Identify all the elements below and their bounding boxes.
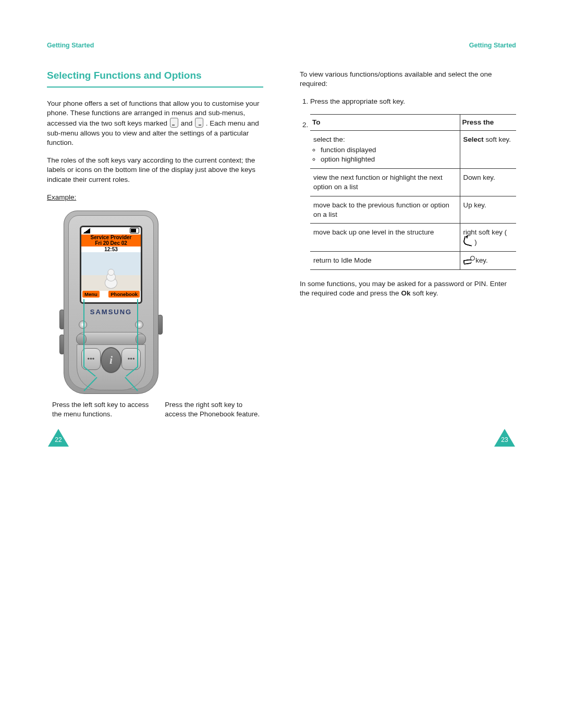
row1-press-rest: soft key. (485, 135, 511, 143)
page-number-left: 22 (48, 429, 69, 447)
row3-to: move back to the previous function or op… (310, 196, 460, 224)
row1-to-c: option highlighted (321, 155, 457, 164)
screen-time: 12:53 (81, 246, 141, 253)
right-softkey-icon (195, 118, 203, 128)
battery-icon (130, 228, 139, 233)
screen-provider: Service Provider (81, 235, 141, 241)
row1-press-bold: Select (463, 135, 484, 143)
table-row: move back to the previous function or op… (310, 196, 516, 224)
table-row: move back up one level in the structure … (310, 224, 516, 252)
row3-press: Up key. (460, 196, 516, 224)
two-column-layout: Getting Started Selecting Functions and … (47, 42, 516, 419)
page-number-right-value: 23 (494, 436, 515, 443)
hinge-dot (79, 320, 87, 329)
outro-bold: Ok (401, 289, 410, 297)
page-number-left-value: 22 (48, 436, 69, 443)
example-label: Example: (47, 193, 263, 202)
right-intro: To view various functions/options availa… (300, 70, 516, 89)
steps-list: Press the appropriate soft key. To Press… (300, 97, 516, 270)
phone-keypad-top: ••• i ••• (77, 344, 145, 390)
intro-paragraph: Your phone offers a set of functions tha… (47, 99, 263, 147)
running-header-right: Getting Started (300, 42, 516, 49)
caption-right: Press the right soft key to access the P… (165, 400, 262, 419)
row4-press-b: ) (474, 238, 476, 246)
screen-wallpaper (81, 252, 141, 291)
left-page: Getting Started Selecting Functions and … (47, 42, 263, 419)
step-2: To Press the select the: function displa… (310, 114, 516, 270)
phone-illustration: Service Provider Fri 20 Dec 02 12:53 Men… (56, 211, 166, 398)
tbl-head-to: To (310, 114, 460, 130)
manual-spread: Getting Started Selecting Functions and … (0, 0, 563, 728)
right-page: Getting Started To view various function… (300, 42, 516, 419)
running-header-left: Getting Started (47, 42, 263, 49)
table-row: view the next function or highlight the … (310, 168, 516, 196)
outro-b: soft key. (412, 289, 438, 297)
phone-body: Service Provider Fri 20 Dec 02 12:53 Men… (64, 211, 158, 394)
step-1: Press the appropriate soft key. (310, 97, 516, 106)
row4-press-a: right soft key ( (463, 228, 507, 236)
row2-to: view the next function or highlight the … (310, 168, 460, 196)
action-table: To Press the select the: function displa… (310, 114, 516, 270)
table-row: return to Idle Mode key. (310, 252, 516, 270)
screen-date: Fri 20 Dec 02 (81, 240, 141, 246)
roles-paragraph: The roles of the soft keys vary accordin… (47, 156, 263, 184)
row1-to-a: select the: (313, 135, 345, 143)
phone-brand: SAMSUNG (64, 308, 158, 316)
return-arrow-icon (462, 236, 474, 246)
end-call-key-icon (463, 257, 474, 264)
tbl-head-press: Press the (460, 114, 516, 130)
row1-bullets: function displayed option highlighted (313, 145, 457, 164)
softkey-right-button: ••• (121, 348, 141, 370)
table-row: select the: function displayed option hi… (310, 130, 516, 168)
page-number-right: 23 (494, 429, 515, 447)
row2-press: Down key. (460, 168, 516, 196)
outro-paragraph: In some functions, you may be asked for … (300, 279, 516, 298)
screen-softkey-right: Phonebook (108, 291, 140, 298)
phone-screen: Service Provider Fri 20 Dec 02 12:53 Men… (80, 226, 142, 304)
section-title: Selecting Functions and Options (47, 70, 263, 88)
intro-text-b: and (181, 119, 194, 127)
signal-icon (83, 228, 90, 233)
phone-captions: Press the left soft key to access the me… (52, 400, 263, 419)
row1-to-b: function displayed (321, 145, 457, 155)
hinge-dot (135, 320, 143, 329)
left-softkey-icon (170, 118, 178, 128)
row5-press: key. (475, 256, 487, 264)
caption-left: Press the left soft key to access the me… (52, 400, 149, 419)
softkey-left-button: ••• (81, 348, 101, 370)
nav-center-button: i (101, 347, 121, 373)
screen-status-bar (81, 227, 141, 235)
screen-softkey-left: Menu (82, 291, 100, 298)
row5-to: return to Idle Mode (310, 252, 460, 270)
snowman-graphic (105, 268, 117, 289)
row4-to: move back up one level in the structure (310, 224, 460, 252)
screen-softkey-labels: Menu Phonebook (81, 291, 141, 298)
